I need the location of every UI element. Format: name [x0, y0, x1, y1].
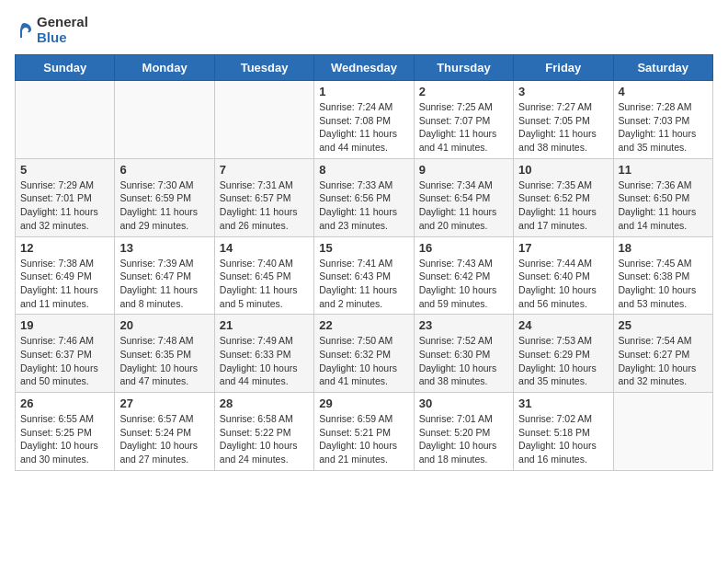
- day-cell: 23Sunrise: 7:52 AM Sunset: 6:30 PM Dayli…: [414, 315, 513, 393]
- day-cell: 19Sunrise: 7:46 AM Sunset: 6:37 PM Dayli…: [16, 315, 115, 393]
- day-cell: 4Sunrise: 7:28 AM Sunset: 7:03 PM Daylig…: [613, 81, 712, 159]
- weekday-header-wednesday: Wednesday: [314, 55, 414, 81]
- day-number: 17: [518, 241, 608, 255]
- week-row-1: 5Sunrise: 7:29 AM Sunset: 7:01 PM Daylig…: [16, 158, 713, 236]
- day-info: Sunrise: 6:55 AM Sunset: 5:25 PM Dayligh…: [20, 412, 109, 466]
- weekday-header-sunday: Sunday: [16, 55, 115, 81]
- day-cell: 24Sunrise: 7:53 AM Sunset: 6:29 PM Dayli…: [514, 315, 613, 393]
- day-cell: 27Sunrise: 6:57 AM Sunset: 5:24 PM Dayli…: [115, 393, 214, 471]
- day-info: Sunrise: 7:27 AM Sunset: 7:05 PM Dayligh…: [518, 100, 608, 155]
- day-info: Sunrise: 7:33 AM Sunset: 6:56 PM Dayligh…: [319, 178, 408, 233]
- day-number: 19: [20, 318, 109, 332]
- day-cell: 30Sunrise: 7:01 AM Sunset: 5:20 PM Dayli…: [414, 393, 513, 471]
- day-info: Sunrise: 7:49 AM Sunset: 6:33 PM Dayligh…: [220, 334, 309, 388]
- day-info: Sunrise: 7:25 AM Sunset: 7:07 PM Dayligh…: [419, 100, 508, 155]
- day-info: Sunrise: 7:36 AM Sunset: 6:50 PM Dayligh…: [619, 178, 708, 233]
- day-number: 29: [319, 396, 408, 410]
- week-row-3: 19Sunrise: 7:46 AM Sunset: 6:37 PM Dayli…: [16, 315, 713, 393]
- day-info: Sunrise: 7:48 AM Sunset: 6:35 PM Dayligh…: [119, 334, 209, 388]
- header: General Blue: [15, 15, 713, 45]
- day-info: Sunrise: 7:43 AM Sunset: 6:42 PM Dayligh…: [419, 257, 508, 311]
- day-cell: 21Sunrise: 7:49 AM Sunset: 6:33 PM Dayli…: [214, 315, 313, 393]
- day-info: Sunrise: 7:24 AM Sunset: 7:08 PM Dayligh…: [319, 100, 408, 155]
- logo-blue-text: Blue: [37, 30, 88, 46]
- day-number: 30: [419, 396, 508, 410]
- day-info: Sunrise: 7:28 AM Sunset: 7:03 PM Dayligh…: [619, 100, 708, 155]
- day-number: 22: [319, 318, 408, 332]
- day-cell: 11Sunrise: 7:36 AM Sunset: 6:50 PM Dayli…: [613, 158, 712, 236]
- day-info: Sunrise: 7:40 AM Sunset: 6:45 PM Dayligh…: [220, 257, 309, 311]
- day-cell: 16Sunrise: 7:43 AM Sunset: 6:42 PM Dayli…: [414, 236, 513, 315]
- day-info: Sunrise: 6:59 AM Sunset: 5:21 PM Dayligh…: [319, 412, 408, 466]
- day-cell: 22Sunrise: 7:50 AM Sunset: 6:32 PM Dayli…: [314, 315, 414, 393]
- day-number: 2: [419, 85, 508, 98]
- day-cell: 17Sunrise: 7:44 AM Sunset: 6:40 PM Dayli…: [514, 236, 613, 315]
- day-number: 28: [220, 396, 309, 410]
- day-cell: 29Sunrise: 6:59 AM Sunset: 5:21 PM Dayli…: [314, 393, 414, 471]
- day-cell: 28Sunrise: 6:58 AM Sunset: 5:22 PM Dayli…: [214, 393, 313, 471]
- day-number: 7: [220, 163, 309, 177]
- day-info: Sunrise: 7:46 AM Sunset: 6:37 PM Dayligh…: [20, 334, 109, 388]
- day-info: Sunrise: 7:01 AM Sunset: 5:20 PM Dayligh…: [419, 412, 508, 466]
- day-info: Sunrise: 7:41 AM Sunset: 6:43 PM Dayligh…: [319, 257, 408, 311]
- day-number: 10: [518, 163, 608, 177]
- day-cell: 10Sunrise: 7:35 AM Sunset: 6:52 PM Dayli…: [514, 158, 613, 236]
- day-info: Sunrise: 7:35 AM Sunset: 6:52 PM Dayligh…: [518, 178, 608, 233]
- day-number: 31: [518, 396, 608, 410]
- weekday-header-friday: Friday: [514, 55, 613, 81]
- weekday-header-saturday: Saturday: [613, 55, 712, 81]
- weekday-header-thursday: Thursday: [414, 55, 513, 81]
- day-cell: 13Sunrise: 7:39 AM Sunset: 6:47 PM Dayli…: [115, 236, 214, 315]
- day-number: 14: [220, 241, 309, 255]
- day-number: 6: [119, 163, 209, 177]
- day-cell: 31Sunrise: 7:02 AM Sunset: 5:18 PM Dayli…: [514, 393, 613, 471]
- day-number: 15: [319, 241, 408, 255]
- day-info: Sunrise: 7:52 AM Sunset: 6:30 PM Dayligh…: [419, 334, 508, 388]
- day-number: 20: [119, 318, 209, 332]
- day-number: 4: [619, 85, 708, 98]
- day-number: 9: [419, 163, 508, 177]
- day-cell: 5Sunrise: 7:29 AM Sunset: 7:01 PM Daylig…: [16, 158, 115, 236]
- calendar: SundayMondayTuesdayWednesdayThursdayFrid…: [15, 54, 713, 471]
- day-cell: [214, 81, 313, 159]
- day-info: Sunrise: 7:29 AM Sunset: 7:01 PM Dayligh…: [20, 178, 109, 233]
- day-cell: 1Sunrise: 7:24 AM Sunset: 7:08 PM Daylig…: [314, 81, 414, 159]
- day-number: 12: [20, 241, 109, 255]
- logo-bird-icon: [15, 21, 33, 40]
- weekday-header-tuesday: Tuesday: [214, 55, 313, 81]
- day-info: Sunrise: 6:58 AM Sunset: 5:22 PM Dayligh…: [220, 412, 309, 466]
- day-number: 24: [518, 318, 608, 332]
- day-cell: 9Sunrise: 7:34 AM Sunset: 6:54 PM Daylig…: [414, 158, 513, 236]
- day-info: Sunrise: 7:54 AM Sunset: 6:27 PM Dayligh…: [619, 334, 708, 388]
- logo-general-text: General: [37, 15, 88, 30]
- day-number: 3: [518, 85, 608, 98]
- day-info: Sunrise: 7:45 AM Sunset: 6:38 PM Dayligh…: [619, 257, 708, 311]
- day-number: 5: [20, 163, 109, 177]
- day-cell: 6Sunrise: 7:30 AM Sunset: 6:59 PM Daylig…: [115, 158, 214, 236]
- day-info: Sunrise: 7:39 AM Sunset: 6:47 PM Dayligh…: [119, 257, 209, 311]
- day-info: Sunrise: 6:57 AM Sunset: 5:24 PM Dayligh…: [119, 412, 209, 466]
- day-number: 13: [119, 241, 209, 255]
- day-cell: 18Sunrise: 7:45 AM Sunset: 6:38 PM Dayli…: [613, 236, 712, 315]
- day-cell: [115, 81, 214, 159]
- day-info: Sunrise: 7:30 AM Sunset: 6:59 PM Dayligh…: [119, 178, 209, 233]
- day-info: Sunrise: 7:31 AM Sunset: 6:57 PM Dayligh…: [220, 178, 309, 233]
- weekday-header-monday: Monday: [115, 55, 214, 81]
- week-row-2: 12Sunrise: 7:38 AM Sunset: 6:49 PM Dayli…: [16, 236, 713, 315]
- day-cell: 14Sunrise: 7:40 AM Sunset: 6:45 PM Dayli…: [214, 236, 313, 315]
- day-cell: 2Sunrise: 7:25 AM Sunset: 7:07 PM Daylig…: [414, 81, 513, 159]
- day-cell: 3Sunrise: 7:27 AM Sunset: 7:05 PM Daylig…: [514, 81, 613, 159]
- day-cell: [16, 81, 115, 159]
- day-cell: 15Sunrise: 7:41 AM Sunset: 6:43 PM Dayli…: [314, 236, 414, 315]
- day-number: 16: [419, 241, 508, 255]
- day-cell: 20Sunrise: 7:48 AM Sunset: 6:35 PM Dayli…: [115, 315, 214, 393]
- day-number: 25: [619, 318, 708, 332]
- day-info: Sunrise: 7:50 AM Sunset: 6:32 PM Dayligh…: [319, 334, 408, 388]
- day-number: 21: [220, 318, 309, 332]
- day-cell: 12Sunrise: 7:38 AM Sunset: 6:49 PM Dayli…: [16, 236, 115, 315]
- day-number: 23: [419, 318, 508, 332]
- week-row-0: 1Sunrise: 7:24 AM Sunset: 7:08 PM Daylig…: [16, 81, 713, 159]
- day-number: 18: [619, 241, 708, 255]
- week-row-4: 26Sunrise: 6:55 AM Sunset: 5:25 PM Dayli…: [16, 393, 713, 471]
- logo: General Blue: [15, 15, 88, 45]
